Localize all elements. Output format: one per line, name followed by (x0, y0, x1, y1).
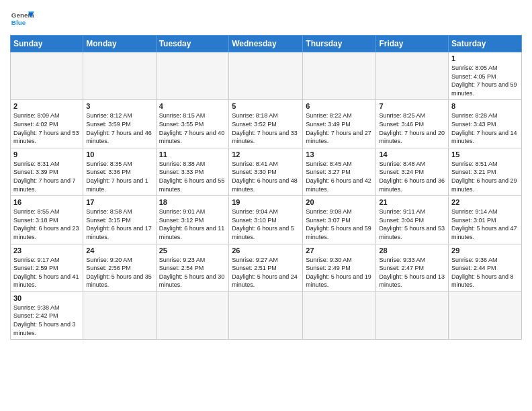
day-info: Sunrise: 8:38 AMSunset: 3:33 PMDaylight:… (159, 160, 226, 193)
day-info: Sunrise: 9:04 AMSunset: 3:10 PMDaylight:… (232, 208, 300, 241)
calendar-week-1: 1Sunrise: 8:05 AMSunset: 4:05 PMDaylight… (11, 52, 522, 100)
day-info: Sunrise: 8:15 AMSunset: 3:55 PMDaylight:… (159, 111, 226, 145)
day-number: 8 (451, 102, 519, 110)
day-info: Sunrise: 9:27 AMSunset: 2:51 PMDaylight:… (232, 256, 300, 289)
calendar-cell: 11Sunrise: 8:38 AMSunset: 3:33 PMDayligh… (156, 148, 229, 195)
weekday-header-friday: Friday (376, 36, 449, 52)
day-number: 5 (232, 102, 300, 110)
day-info: Sunrise: 9:14 AMSunset: 3:01 PMDaylight:… (451, 208, 519, 241)
calendar-cell (449, 291, 522, 339)
logo-icon: General Blue (10, 7, 34, 31)
calendar-cell: 1Sunrise: 8:05 AMSunset: 4:05 PMDaylight… (449, 52, 522, 100)
calendar-cell: 19Sunrise: 9:04 AMSunset: 3:10 PMDayligh… (229, 196, 303, 244)
calendar-cell: 2Sunrise: 8:09 AMSunset: 4:02 PMDaylight… (11, 100, 83, 148)
day-info: Sunrise: 8:25 AMSunset: 3:46 PMDaylight:… (379, 111, 445, 145)
weekday-header-sunday: Sunday (11, 36, 83, 52)
day-number: 19 (232, 198, 300, 206)
calendar-cell: 5Sunrise: 8:18 AMSunset: 3:52 PMDaylight… (229, 100, 303, 148)
day-number: 24 (86, 246, 152, 255)
calendar-cell: 13Sunrise: 8:45 AMSunset: 3:27 PMDayligh… (303, 148, 376, 195)
calendar-cell (376, 52, 449, 100)
calendar-cell (156, 291, 229, 339)
calendar-cell (303, 52, 376, 100)
day-number: 16 (13, 198, 80, 206)
day-number: 2 (13, 102, 80, 110)
day-number: 30 (13, 294, 80, 302)
day-info: Sunrise: 9:20 AMSunset: 2:56 PMDaylight:… (86, 256, 152, 289)
calendar-cell: 4Sunrise: 8:15 AMSunset: 3:55 PMDaylight… (156, 100, 229, 148)
weekday-header-wednesday: Wednesday (229, 36, 303, 52)
day-info: Sunrise: 9:36 AMSunset: 2:44 PMDaylight:… (451, 256, 519, 289)
day-number: 1 (451, 54, 519, 62)
day-number: 23 (13, 246, 80, 255)
calendar-week-6: 30Sunrise: 9:38 AMSunset: 2:42 PMDayligh… (11, 291, 522, 339)
day-info: Sunrise: 8:28 AMSunset: 3:43 PMDaylight:… (451, 111, 519, 145)
calendar-cell: 9Sunrise: 8:31 AMSunset: 3:39 PMDaylight… (11, 148, 83, 195)
calendar-cell: 12Sunrise: 8:41 AMSunset: 3:30 PMDayligh… (229, 148, 303, 195)
calendar-cell: 17Sunrise: 8:58 AMSunset: 3:15 PMDayligh… (83, 196, 156, 244)
day-info: Sunrise: 8:48 AMSunset: 3:24 PMDaylight:… (379, 160, 445, 193)
calendar-cell: 16Sunrise: 8:55 AMSunset: 3:18 PMDayligh… (11, 196, 83, 244)
day-info: Sunrise: 8:55 AMSunset: 3:18 PMDaylight:… (13, 208, 80, 241)
svg-text:Blue: Blue (11, 19, 26, 26)
day-info: Sunrise: 8:45 AMSunset: 3:27 PMDaylight:… (306, 160, 373, 193)
calendar-cell: 10Sunrise: 8:35 AMSunset: 3:36 PMDayligh… (83, 148, 156, 195)
calendar-cell: 18Sunrise: 9:01 AMSunset: 3:12 PMDayligh… (156, 196, 229, 244)
day-info: Sunrise: 8:22 AMSunset: 3:49 PMDaylight:… (306, 111, 373, 145)
day-number: 18 (159, 198, 226, 206)
calendar-cell (376, 291, 449, 339)
calendar-cell (83, 52, 156, 100)
calendar-cell: 21Sunrise: 9:11 AMSunset: 3:04 PMDayligh… (376, 196, 449, 244)
logo: General Blue (10, 7, 34, 31)
day-number: 10 (86, 150, 152, 158)
calendar-cell: 30Sunrise: 9:38 AMSunset: 2:42 PMDayligh… (11, 291, 83, 339)
day-info: Sunrise: 8:51 AMSunset: 3:21 PMDaylight:… (451, 160, 519, 193)
day-info: Sunrise: 8:41 AMSunset: 3:30 PMDaylight:… (232, 160, 300, 193)
day-info: Sunrise: 9:23 AMSunset: 2:54 PMDaylight:… (159, 256, 226, 289)
calendar-cell: 15Sunrise: 8:51 AMSunset: 3:21 PMDayligh… (449, 148, 522, 195)
day-info: Sunrise: 9:11 AMSunset: 3:04 PMDaylight:… (379, 208, 445, 241)
calendar-cell: 22Sunrise: 9:14 AMSunset: 3:01 PMDayligh… (449, 196, 522, 244)
calendar-week-5: 23Sunrise: 9:17 AMSunset: 2:59 PMDayligh… (11, 244, 522, 291)
calendar-cell: 20Sunrise: 9:08 AMSunset: 3:07 PMDayligh… (303, 196, 376, 244)
calendar-week-4: 16Sunrise: 8:55 AMSunset: 3:18 PMDayligh… (11, 196, 522, 244)
day-info: Sunrise: 8:58 AMSunset: 3:15 PMDaylight:… (86, 208, 152, 241)
weekday-header-thursday: Thursday (303, 36, 376, 52)
day-info: Sunrise: 9:38 AMSunset: 2:42 PMDaylight:… (13, 304, 80, 337)
day-info: Sunrise: 9:08 AMSunset: 3:07 PMDaylight:… (306, 208, 373, 241)
calendar-week-2: 2Sunrise: 8:09 AMSunset: 4:02 PMDaylight… (11, 100, 522, 148)
calendar-cell (83, 291, 156, 339)
header-area: General Blue (10, 7, 522, 31)
day-number: 6 (306, 102, 373, 110)
calendar-cell (229, 291, 303, 339)
day-info: Sunrise: 8:09 AMSunset: 4:02 PMDaylight:… (13, 111, 80, 145)
calendar-cell (229, 52, 303, 100)
day-number: 25 (159, 246, 226, 255)
day-number: 13 (306, 150, 373, 158)
calendar-table: SundayMondayTuesdayWednesdayThursdayFrid… (10, 35, 522, 340)
day-number: 7 (379, 102, 445, 110)
weekday-header-row: SundayMondayTuesdayWednesdayThursdayFrid… (11, 36, 522, 52)
day-info: Sunrise: 8:12 AMSunset: 3:59 PMDaylight:… (86, 111, 152, 145)
day-number: 28 (379, 246, 445, 255)
calendar-cell: 3Sunrise: 8:12 AMSunset: 3:59 PMDaylight… (83, 100, 156, 148)
day-number: 17 (86, 198, 152, 206)
calendar-cell (156, 52, 229, 100)
calendar-cell (11, 52, 83, 100)
day-info: Sunrise: 9:30 AMSunset: 2:49 PMDaylight:… (306, 256, 373, 289)
day-number: 11 (159, 150, 226, 158)
day-number: 22 (451, 198, 519, 206)
weekday-header-tuesday: Tuesday (156, 36, 229, 52)
day-number: 26 (232, 246, 300, 255)
calendar-cell: 29Sunrise: 9:36 AMSunset: 2:44 PMDayligh… (449, 244, 522, 291)
calendar-cell: 27Sunrise: 9:30 AMSunset: 2:49 PMDayligh… (303, 244, 376, 291)
calendar-cell: 14Sunrise: 8:48 AMSunset: 3:24 PMDayligh… (376, 148, 449, 195)
day-number: 20 (306, 198, 373, 206)
day-info: Sunrise: 9:33 AMSunset: 2:47 PMDaylight:… (379, 256, 445, 289)
day-number: 12 (232, 150, 300, 158)
calendar-cell: 26Sunrise: 9:27 AMSunset: 2:51 PMDayligh… (229, 244, 303, 291)
day-number: 14 (379, 150, 445, 158)
calendar-cell (303, 291, 376, 339)
calendar-cell: 23Sunrise: 9:17 AMSunset: 2:59 PMDayligh… (11, 244, 83, 291)
day-number: 29 (451, 246, 519, 255)
